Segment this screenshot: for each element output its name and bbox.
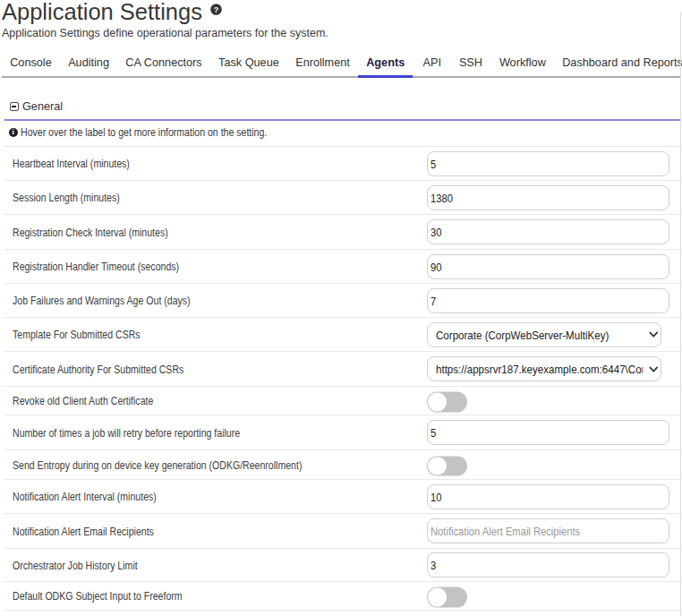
svg-text:?: ? [214,5,219,14]
